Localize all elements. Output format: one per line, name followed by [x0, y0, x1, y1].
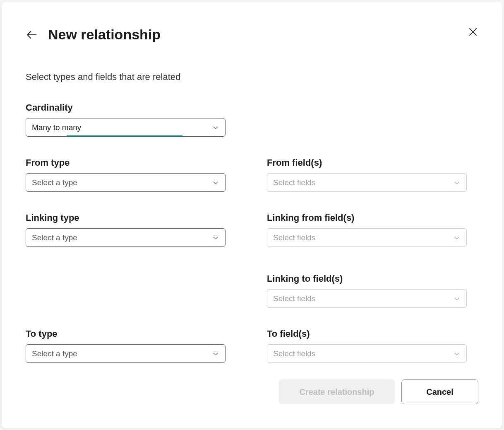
to-type-placeholder: Select a type [32, 349, 212, 358]
to-fields-label: To field(s) [267, 329, 467, 339]
dialog-footer: Create relationship Cancel [279, 379, 478, 404]
close-button[interactable] [468, 27, 478, 37]
linking-type-label: Linking type [26, 213, 226, 223]
from-fields-placeholder: Select fields [273, 178, 453, 187]
chevron-down-icon [212, 179, 219, 186]
from-type-placeholder: Select a type [32, 178, 212, 187]
linking-from-fields-select[interactable]: Select fields [267, 228, 467, 247]
chevron-down-icon [453, 179, 461, 186]
from-type-select[interactable]: Select a type [26, 173, 226, 192]
from-fields-select[interactable]: Select fields [267, 173, 467, 192]
cardinality-select[interactable]: Many to many [26, 118, 226, 137]
to-fields-placeholder: Select fields [273, 349, 453, 358]
linking-to-fields-select[interactable]: Select fields [267, 289, 467, 308]
linking-to-fields-placeholder: Select fields [273, 294, 453, 303]
close-icon [468, 27, 478, 37]
chevron-down-icon [212, 234, 219, 242]
from-row: From type Select a type From field(s) Se… [26, 157, 478, 192]
linking-to-fields-label: Linking to field(s) [267, 273, 467, 284]
cardinality-section: Cardinality Many to many [26, 102, 478, 137]
back-button[interactable] [26, 29, 38, 41]
chevron-down-icon [453, 295, 461, 302]
to-type-label: To type [26, 329, 226, 339]
to-type-select[interactable]: Select a type [26, 344, 226, 363]
linking-type-select[interactable]: Select a type [26, 228, 226, 247]
dialog-header: New relationship [26, 27, 478, 43]
chevron-down-icon [212, 350, 219, 358]
to-fields-select[interactable]: Select fields [267, 344, 467, 363]
dialog-subtitle: Select types and fields that are related [26, 72, 478, 82]
to-row: To type Select a type To field(s) Select… [26, 329, 478, 363]
dialog-title: New relationship [48, 27, 161, 43]
from-fields-label: From field(s) [267, 157, 467, 168]
create-relationship-button[interactable]: Create relationship [279, 379, 395, 404]
arrow-left-icon [26, 29, 38, 41]
chevron-down-icon [453, 350, 461, 358]
linking-type-placeholder: Select a type [32, 233, 212, 242]
new-relationship-dialog: New relationship Select types and fields… [2, 2, 502, 428]
cancel-button[interactable]: Cancel [401, 379, 478, 404]
chevron-down-icon [453, 234, 461, 242]
from-type-label: From type [26, 157, 226, 168]
cardinality-label: Cardinality [26, 102, 478, 113]
chevron-down-icon [212, 124, 219, 131]
linking-row: Linking type Select a type Linking from … [26, 213, 478, 308]
linking-from-fields-placeholder: Select fields [273, 233, 453, 242]
linking-from-fields-label: Linking from field(s) [267, 213, 467, 223]
cardinality-value: Many to many [32, 123, 212, 132]
